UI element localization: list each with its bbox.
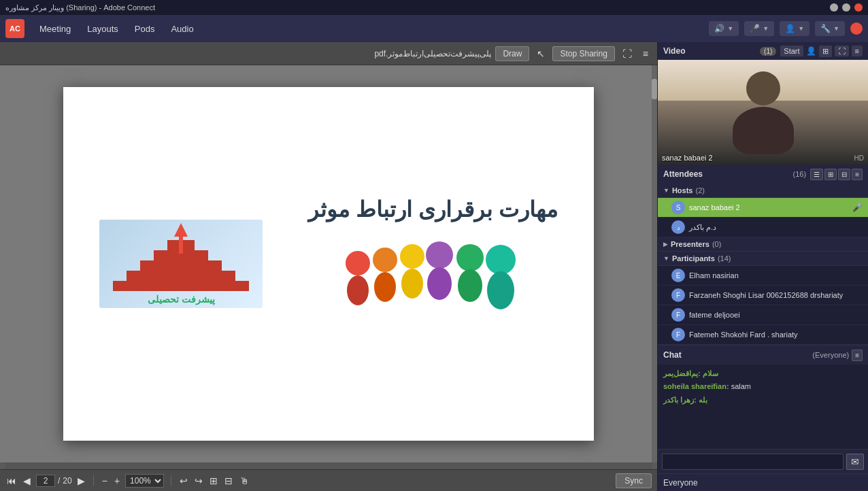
hosts-header[interactable]: ▼ Hosts (2): [658, 184, 868, 198]
video-start-btn[interactable]: Start: [780, 46, 803, 56]
attendee-item[interactable]: E Elham nasirian: [658, 266, 868, 286]
grid-view-btn[interactable]: ⊞: [824, 169, 837, 180]
avatar: F: [671, 328, 685, 341]
avatar: د: [671, 220, 685, 234]
scrollbar-thumb[interactable]: [652, 79, 657, 99]
svg-point-16: [458, 269, 482, 302]
participants-label: Participants: [672, 254, 715, 263]
total-pages: 20: [63, 476, 71, 486]
draw-button[interactable]: Draw: [495, 46, 529, 61]
svg-point-11: [400, 244, 424, 269]
slide-right: مهارت برقراری ارتباط موثر: [308, 197, 558, 331]
menu-controls: 🔊 ▼ 🎤 ▼ 👤 ▼ 🔧 ▼: [709, 21, 863, 36]
prev-page-btn[interactable]: ◀: [22, 474, 32, 488]
participants-header[interactable]: ▼ Participants (14): [658, 252, 868, 266]
current-page-input[interactable]: [36, 475, 55, 487]
menu-audio[interactable]: Audio: [164, 21, 200, 37]
attendees-options-btn[interactable]: ≡: [852, 169, 863, 180]
menu-pods[interactable]: Pods: [128, 21, 162, 37]
chat-options-btn[interactable]: ≡: [852, 350, 863, 361]
camera-control[interactable]: 👤 ▼: [780, 21, 809, 36]
attendee-item[interactable]: F Fatemeh Shokohi Fard . shariaty: [658, 325, 868, 345]
fullscreen-icon[interactable]: ⛶: [619, 47, 635, 61]
list-view-btn[interactable]: ☰: [810, 169, 823, 180]
svg-point-15: [456, 244, 484, 271]
zoom-select[interactable]: 100% 75% 125% 150%: [125, 474, 164, 488]
stop-sharing-button[interactable]: Stop Sharing: [552, 46, 614, 61]
avatar: F: [671, 308, 685, 322]
svg-point-12: [401, 269, 423, 299]
sort-view-btn[interactable]: ⊟: [838, 169, 850, 180]
audio-arrow-icon: ▼: [727, 25, 733, 32]
attendee-item[interactable]: F fateme deljooei: [658, 305, 868, 325]
cursor-btn[interactable]: 🖱: [238, 474, 250, 488]
educational-title: پیشرفت تحصیلی: [148, 294, 215, 305]
attendee-name: د.م باکدر: [689, 223, 863, 232]
video-count: (1): [760, 47, 776, 56]
video-expand-btn[interactable]: ⛶: [835, 46, 849, 56]
attendee-name: Fatemeh Shokohi Fard . shariaty: [689, 331, 863, 339]
mic-arrow-icon: ▼: [763, 25, 769, 32]
menu-layouts[interactable]: Layouts: [80, 21, 125, 37]
undo-btn[interactable]: ↩: [178, 474, 189, 488]
menu-meeting[interactable]: Meeting: [33, 21, 78, 37]
attendee-item[interactable]: د د.م باکدر: [658, 218, 868, 237]
vertical-scrollbar[interactable]: [652, 65, 657, 462]
attendee-item[interactable]: S sanaz babaei 2 🎤: [658, 198, 868, 218]
chat-section: Chat (Everyone) ≡ سلام :یم‌اقضل‌یمر sohe…: [658, 345, 868, 491]
minimize-btn[interactable]: [830, 3, 838, 12]
horizontal-scrollbar[interactable]: [5, 462, 652, 469]
avatar: S: [671, 201, 685, 214]
chat-text: salam: [731, 382, 751, 390]
chat-send-btn[interactable]: ✉: [846, 454, 864, 470]
main-layout: پلی‌پیشرفت‌تحصیلی‌ارتباط‌موثر.pdf Draw ↖…: [0, 42, 868, 491]
svg-point-14: [427, 267, 452, 300]
attendee-name: sanaz babaei 2: [689, 203, 848, 211]
presenters-label: Presenters: [671, 240, 710, 248]
svg-point-9: [373, 248, 397, 272]
video-grid-btn[interactable]: ⊞: [819, 46, 832, 57]
svg-point-13: [426, 241, 453, 269]
more-control[interactable]: 🔧 ▼: [815, 21, 845, 36]
audio-control[interactable]: 🔊 ▼: [709, 21, 739, 36]
pointer-icon[interactable]: ↖: [533, 47, 548, 61]
attendee-item[interactable]: F Farzaneh Shoghi Lisar 0062152688 drsha…: [658, 286, 868, 305]
next-page-btn[interactable]: ▶: [76, 474, 86, 488]
title-bar: وبینار مرکز مشاوره (Sharing) - Adobe Con…: [0, 0, 868, 15]
maximize-btn[interactable]: [842, 3, 850, 12]
attendee-name: Farzaneh Shoghi Lisar 0062152688 drshari…: [689, 291, 863, 299]
menu-bar: AC Meeting Layouts Pods Audio 🔊 ▼ 🎤 ▼ 👤 …: [0, 15, 868, 42]
chat-text-input[interactable]: [662, 454, 844, 470]
video-header: Video (1) Start 👤 ⊞ ⛶ ≡: [658, 42, 868, 60]
presenters-collapse-icon: ▶: [663, 241, 668, 248]
slide-bottom-toolbar: ⏮ ◀ / 20 ▶ − + 100% 75% 125% 150% ↩ ↪: [0, 469, 657, 491]
presenters-header[interactable]: ▶ Presenters (0): [658, 237, 868, 252]
sync-button[interactable]: Sync: [616, 473, 652, 488]
attendees-view-btns: ☰ ⊞ ⊟ ≡: [810, 169, 863, 180]
participants-count: (14): [718, 254, 731, 263]
hosts-label: Hosts: [672, 186, 693, 194]
export-btn[interactable]: ⊞: [208, 474, 219, 488]
svg-point-7: [346, 251, 370, 275]
people-svg: [337, 229, 528, 331]
import-btn[interactable]: ⊟: [223, 474, 234, 488]
options-icon[interactable]: ≡: [639, 47, 652, 61]
chat-input-area: ✉: [658, 449, 868, 473]
person-silhouette: [733, 71, 794, 154]
close-btn[interactable]: [854, 3, 863, 12]
zoom-out-btn[interactable]: −: [101, 474, 109, 488]
svg-point-18: [487, 271, 514, 309]
page-info: / 20: [36, 475, 72, 487]
zoom-in-btn[interactable]: +: [113, 474, 121, 488]
hosts-collapse-icon: ▼: [663, 187, 669, 194]
video-options-btn[interactable]: ≡: [852, 46, 863, 56]
attendees-title: Attendees: [663, 169, 789, 179]
record-button[interactable]: [850, 22, 863, 35]
mic-control[interactable]: 🎤 ▼: [744, 21, 774, 36]
first-page-btn[interactable]: ⏮: [5, 474, 18, 488]
person-body: [733, 107, 794, 154]
redo-btn[interactable]: ↪: [193, 474, 204, 488]
file-name: پلی‌پیشرفت‌تحصیلی‌ارتباط‌موثر.pdf: [5, 49, 491, 58]
video-thumbnail: sanaz babaei 2 HD: [658, 60, 868, 165]
chat-footer: Everyone: [658, 473, 868, 491]
